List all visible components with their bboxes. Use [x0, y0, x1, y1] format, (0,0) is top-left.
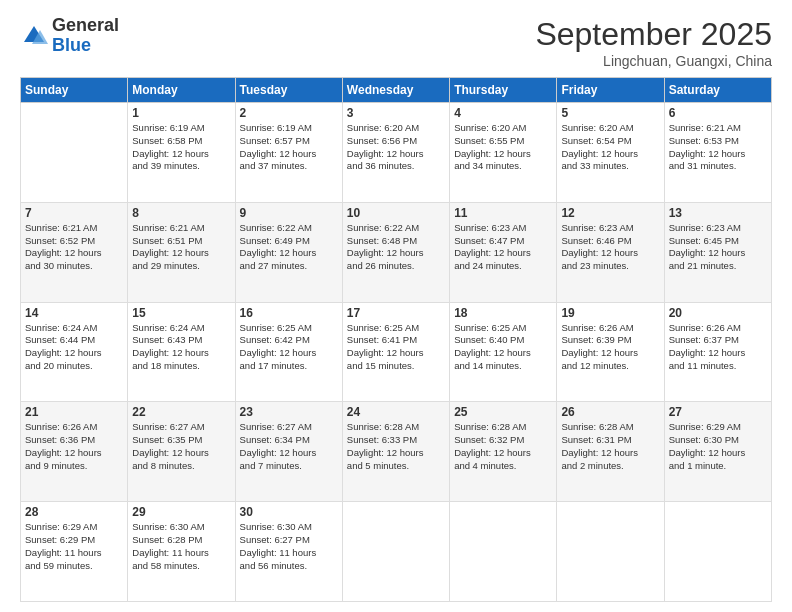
calendar-cell: 26Sunrise: 6:28 AM Sunset: 6:31 PM Dayli… [557, 402, 664, 502]
calendar-header-row: SundayMondayTuesdayWednesdayThursdayFrid… [21, 78, 772, 103]
day-info: Sunrise: 6:26 AM Sunset: 6:36 PM Dayligh… [25, 421, 123, 472]
calendar-cell: 13Sunrise: 6:23 AM Sunset: 6:45 PM Dayli… [664, 202, 771, 302]
calendar-table: SundayMondayTuesdayWednesdayThursdayFrid… [20, 77, 772, 602]
day-info: Sunrise: 6:24 AM Sunset: 6:43 PM Dayligh… [132, 322, 230, 373]
header: General Blue September 2025 Lingchuan, G… [20, 16, 772, 69]
calendar-day-header: Friday [557, 78, 664, 103]
day-number: 3 [347, 106, 445, 120]
day-number: 15 [132, 306, 230, 320]
day-info: Sunrise: 6:23 AM Sunset: 6:47 PM Dayligh… [454, 222, 552, 273]
day-number: 19 [561, 306, 659, 320]
calendar-cell: 2Sunrise: 6:19 AM Sunset: 6:57 PM Daylig… [235, 103, 342, 203]
day-info: Sunrise: 6:23 AM Sunset: 6:45 PM Dayligh… [669, 222, 767, 273]
day-number: 11 [454, 206, 552, 220]
calendar-cell: 30Sunrise: 6:30 AM Sunset: 6:27 PM Dayli… [235, 502, 342, 602]
calendar-cell: 9Sunrise: 6:22 AM Sunset: 6:49 PM Daylig… [235, 202, 342, 302]
day-number: 13 [669, 206, 767, 220]
calendar-cell: 29Sunrise: 6:30 AM Sunset: 6:28 PM Dayli… [128, 502, 235, 602]
day-number: 29 [132, 505, 230, 519]
day-info: Sunrise: 6:28 AM Sunset: 6:33 PM Dayligh… [347, 421, 445, 472]
calendar-week-row: 14Sunrise: 6:24 AM Sunset: 6:44 PM Dayli… [21, 302, 772, 402]
day-number: 18 [454, 306, 552, 320]
calendar-cell [450, 502, 557, 602]
calendar-cell: 8Sunrise: 6:21 AM Sunset: 6:51 PM Daylig… [128, 202, 235, 302]
day-number: 10 [347, 206, 445, 220]
calendar-cell: 4Sunrise: 6:20 AM Sunset: 6:55 PM Daylig… [450, 103, 557, 203]
title-block: September 2025 Lingchuan, Guangxi, China [535, 16, 772, 69]
calendar-cell: 5Sunrise: 6:20 AM Sunset: 6:54 PM Daylig… [557, 103, 664, 203]
day-info: Sunrise: 6:30 AM Sunset: 6:27 PM Dayligh… [240, 521, 338, 572]
day-info: Sunrise: 6:28 AM Sunset: 6:32 PM Dayligh… [454, 421, 552, 472]
calendar-cell [664, 502, 771, 602]
day-number: 20 [669, 306, 767, 320]
day-info: Sunrise: 6:29 AM Sunset: 6:29 PM Dayligh… [25, 521, 123, 572]
calendar-cell: 17Sunrise: 6:25 AM Sunset: 6:41 PM Dayli… [342, 302, 449, 402]
day-info: Sunrise: 6:22 AM Sunset: 6:49 PM Dayligh… [240, 222, 338, 273]
day-info: Sunrise: 6:21 AM Sunset: 6:53 PM Dayligh… [669, 122, 767, 173]
calendar-week-row: 21Sunrise: 6:26 AM Sunset: 6:36 PM Dayli… [21, 402, 772, 502]
day-info: Sunrise: 6:20 AM Sunset: 6:56 PM Dayligh… [347, 122, 445, 173]
day-number: 25 [454, 405, 552, 419]
calendar-cell: 23Sunrise: 6:27 AM Sunset: 6:34 PM Dayli… [235, 402, 342, 502]
day-info: Sunrise: 6:26 AM Sunset: 6:39 PM Dayligh… [561, 322, 659, 373]
calendar-cell: 10Sunrise: 6:22 AM Sunset: 6:48 PM Dayli… [342, 202, 449, 302]
logo: General Blue [20, 16, 119, 56]
calendar-cell: 7Sunrise: 6:21 AM Sunset: 6:52 PM Daylig… [21, 202, 128, 302]
day-info: Sunrise: 6:26 AM Sunset: 6:37 PM Dayligh… [669, 322, 767, 373]
calendar-cell: 11Sunrise: 6:23 AM Sunset: 6:47 PM Dayli… [450, 202, 557, 302]
calendar-cell: 28Sunrise: 6:29 AM Sunset: 6:29 PM Dayli… [21, 502, 128, 602]
calendar-cell: 19Sunrise: 6:26 AM Sunset: 6:39 PM Dayli… [557, 302, 664, 402]
day-number: 14 [25, 306, 123, 320]
calendar-cell: 12Sunrise: 6:23 AM Sunset: 6:46 PM Dayli… [557, 202, 664, 302]
day-number: 21 [25, 405, 123, 419]
calendar-cell: 24Sunrise: 6:28 AM Sunset: 6:33 PM Dayli… [342, 402, 449, 502]
calendar-week-row: 28Sunrise: 6:29 AM Sunset: 6:29 PM Dayli… [21, 502, 772, 602]
day-number: 2 [240, 106, 338, 120]
day-number: 23 [240, 405, 338, 419]
calendar-day-header: Wednesday [342, 78, 449, 103]
day-number: 8 [132, 206, 230, 220]
day-number: 6 [669, 106, 767, 120]
calendar-cell: 20Sunrise: 6:26 AM Sunset: 6:37 PM Dayli… [664, 302, 771, 402]
day-info: Sunrise: 6:28 AM Sunset: 6:31 PM Dayligh… [561, 421, 659, 472]
page: General Blue September 2025 Lingchuan, G… [0, 0, 792, 612]
day-info: Sunrise: 6:21 AM Sunset: 6:51 PM Dayligh… [132, 222, 230, 273]
calendar-cell: 21Sunrise: 6:26 AM Sunset: 6:36 PM Dayli… [21, 402, 128, 502]
day-number: 24 [347, 405, 445, 419]
day-number: 7 [25, 206, 123, 220]
location: Lingchuan, Guangxi, China [535, 53, 772, 69]
day-info: Sunrise: 6:29 AM Sunset: 6:30 PM Dayligh… [669, 421, 767, 472]
day-number: 22 [132, 405, 230, 419]
calendar-cell: 3Sunrise: 6:20 AM Sunset: 6:56 PM Daylig… [342, 103, 449, 203]
day-info: Sunrise: 6:27 AM Sunset: 6:35 PM Dayligh… [132, 421, 230, 472]
day-number: 9 [240, 206, 338, 220]
calendar-day-header: Sunday [21, 78, 128, 103]
calendar-cell: 16Sunrise: 6:25 AM Sunset: 6:42 PM Dayli… [235, 302, 342, 402]
calendar-day-header: Saturday [664, 78, 771, 103]
day-number: 1 [132, 106, 230, 120]
day-number: 16 [240, 306, 338, 320]
day-info: Sunrise: 6:24 AM Sunset: 6:44 PM Dayligh… [25, 322, 123, 373]
calendar-cell [342, 502, 449, 602]
day-info: Sunrise: 6:25 AM Sunset: 6:40 PM Dayligh… [454, 322, 552, 373]
calendar-cell: 15Sunrise: 6:24 AM Sunset: 6:43 PM Dayli… [128, 302, 235, 402]
day-number: 4 [454, 106, 552, 120]
logo-general: General [52, 16, 119, 36]
day-info: Sunrise: 6:25 AM Sunset: 6:41 PM Dayligh… [347, 322, 445, 373]
calendar-cell [557, 502, 664, 602]
calendar-day-header: Tuesday [235, 78, 342, 103]
calendar-cell: 6Sunrise: 6:21 AM Sunset: 6:53 PM Daylig… [664, 103, 771, 203]
calendar-week-row: 1Sunrise: 6:19 AM Sunset: 6:58 PM Daylig… [21, 103, 772, 203]
day-info: Sunrise: 6:21 AM Sunset: 6:52 PM Dayligh… [25, 222, 123, 273]
day-number: 12 [561, 206, 659, 220]
calendar-day-header: Thursday [450, 78, 557, 103]
day-info: Sunrise: 6:25 AM Sunset: 6:42 PM Dayligh… [240, 322, 338, 373]
day-info: Sunrise: 6:23 AM Sunset: 6:46 PM Dayligh… [561, 222, 659, 273]
day-info: Sunrise: 6:27 AM Sunset: 6:34 PM Dayligh… [240, 421, 338, 472]
month-title: September 2025 [535, 16, 772, 53]
day-info: Sunrise: 6:20 AM Sunset: 6:55 PM Dayligh… [454, 122, 552, 173]
calendar-cell: 18Sunrise: 6:25 AM Sunset: 6:40 PM Dayli… [450, 302, 557, 402]
day-info: Sunrise: 6:19 AM Sunset: 6:58 PM Dayligh… [132, 122, 230, 173]
day-number: 17 [347, 306, 445, 320]
day-info: Sunrise: 6:19 AM Sunset: 6:57 PM Dayligh… [240, 122, 338, 173]
